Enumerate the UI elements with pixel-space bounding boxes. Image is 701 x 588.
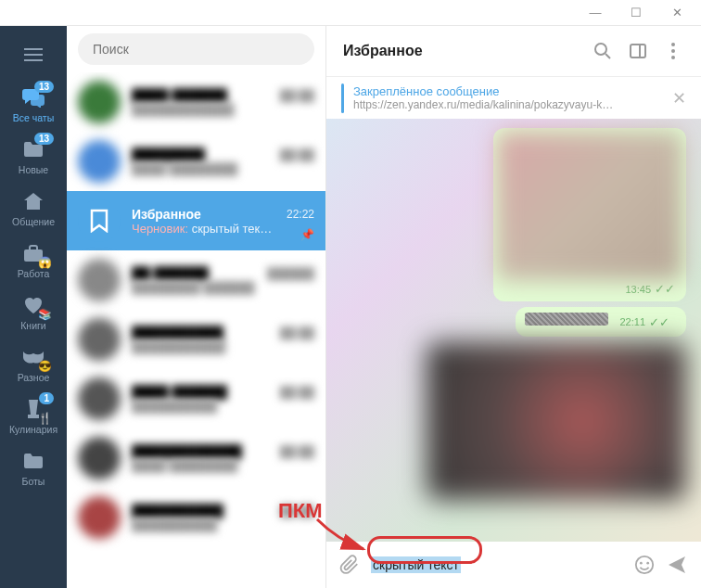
- pinned-title: Закреплённое сообщение: [353, 84, 663, 98]
- message-bubble[interactable]: 13:45✓✓: [493, 128, 686, 301]
- chat-preview: Черновик: скрытый тек…: [132, 222, 314, 236]
- svg-rect-3: [631, 45, 645, 58]
- sidebar-toggle-icon[interactable]: [627, 42, 649, 60]
- chat-name: ██ ██████: [132, 266, 209, 281]
- chat-preview: ██████████: [132, 400, 314, 414]
- rail-folder-Все чаты[interactable]: Все чаты13: [0, 78, 67, 130]
- conversation-panel: Избранное Закреплённое сообщение https:/…: [326, 26, 701, 588]
- chat-name: ██████████: [132, 504, 223, 518]
- avatar: [78, 496, 121, 539]
- rail-folder-Боты[interactable]: Боты: [0, 441, 67, 493]
- svg-point-9: [646, 562, 649, 565]
- window-minimize[interactable]: —: [575, 0, 616, 26]
- message-time: 22:13: [626, 480, 652, 492]
- folder2-icon: [20, 448, 46, 474]
- saved-messages-icon: [78, 199, 121, 242]
- chat-preview: ████████████: [132, 103, 314, 117]
- chat-item-saved[interactable]: Избранное22:22Черновик: скрытый тек…📌: [67, 191, 325, 250]
- avatar: [78, 140, 121, 183]
- conversation-title[interactable]: Избранное: [343, 43, 579, 59]
- chat-time: ██████: [267, 267, 314, 280]
- chat-item[interactable]: ██ ████████████████████ ██████: [67, 250, 325, 310]
- messages-area[interactable]: 13:45✓✓ 22:11✓✓ 22:13 ✓✓: [326, 119, 701, 542]
- rail-label: Все чаты: [13, 112, 54, 123]
- rail-label: Работа: [18, 268, 50, 279]
- chat-time: ██:██: [280, 89, 314, 102]
- svg-point-4: [671, 43, 675, 46]
- home-icon: [20, 188, 46, 214]
- chat-item[interactable]: ████ ████████:████████████: [67, 369, 325, 428]
- more-icon[interactable]: [662, 43, 684, 59]
- chat-item[interactable]: ████████████:████████████: [67, 488, 325, 547]
- avatar: [78, 81, 121, 123]
- chat-preview: ████████ ██████: [132, 281, 314, 295]
- svg-point-5: [671, 49, 675, 53]
- svg-point-7: [636, 556, 653, 573]
- rail-folder-Работа[interactable]: 😱Работа: [0, 234, 67, 286]
- chat-name: ████ ██████: [132, 385, 227, 400]
- read-checks-icon: ✓✓: [655, 282, 675, 296]
- chat-item[interactable]: ████████████:█████████████: [67, 310, 325, 369]
- rail-folder-Общение[interactable]: Общение: [0, 182, 67, 234]
- avatar: [78, 259, 121, 301]
- rail-folder-Кулинария[interactable]: 🍴Кулинария1: [0, 390, 67, 441]
- composer-input[interactable]: скрытый текст: [371, 556, 623, 573]
- chat-time: ██:██: [280, 445, 314, 458]
- rail-folder-Новые[interactable]: Новые13: [0, 130, 67, 182]
- rail-label: Разное: [18, 372, 50, 383]
- rail-label: Новые: [19, 164, 48, 175]
- chat-name: ████████████: [132, 444, 242, 459]
- send-icon[interactable]: [666, 554, 688, 576]
- avatar: [78, 318, 121, 361]
- chat-time: ██:██: [280, 148, 314, 161]
- chat-name: ████████: [132, 147, 205, 162]
- avatar: [78, 377, 121, 420]
- pinned-text: https://zen.yandex.ru/media/kalinina/pok…: [353, 98, 663, 111]
- unread-badge: 13: [34, 133, 54, 145]
- chat-name: Избранное: [132, 207, 201, 222]
- svg-point-8: [640, 562, 643, 565]
- emoji-icon[interactable]: [634, 555, 655, 575]
- folder-rail: Все чаты13Новые13Общение😱Работа📚Книги😎Ра…: [0, 26, 67, 588]
- message-time: 13:45: [625, 284, 651, 295]
- pinned-accent-bar: [341, 83, 344, 113]
- chat-list-panel: ████ ████████:████████████████████████:█…: [67, 26, 326, 588]
- selected-input-text[interactable]: скрытый текст: [371, 556, 461, 573]
- chat-preview: ████ ████████: [132, 162, 314, 176]
- window-maximize[interactable]: ☐: [616, 0, 656, 26]
- search-icon[interactable]: [592, 42, 614, 60]
- chat-preview: ████ ████████: [132, 459, 314, 473]
- rail-label: Книги: [20, 320, 45, 331]
- message-composer: скрытый текст: [326, 542, 701, 588]
- chat-item[interactable]: ██████████████:██████ ████████: [67, 428, 325, 488]
- chat-name: ██████████: [132, 326, 223, 340]
- close-icon[interactable]: ✕: [672, 88, 686, 109]
- chat-time: ██:██: [280, 326, 314, 339]
- svg-point-2: [595, 44, 606, 55]
- message-time: 22:11: [619, 316, 645, 327]
- spoiler-hidden-text[interactable]: [525, 313, 608, 326]
- attach-icon[interactable]: [339, 555, 360, 575]
- chat-preview: ███████████: [132, 340, 314, 354]
- hamburger-menu[interactable]: [0, 32, 67, 78]
- chat-time: ██:██: [280, 386, 314, 399]
- window-close[interactable]: ✕: [656, 0, 697, 26]
- chat-item[interactable]: ████ ████████:██████████████: [67, 72, 325, 132]
- rail-label: Кулинария: [9, 424, 57, 435]
- chat-name: ████ ██████: [132, 88, 227, 103]
- message-image[interactable]: [497, 132, 682, 280]
- avatar: [78, 437, 121, 479]
- unread-badge: 1: [39, 392, 54, 404]
- chat-time: ██:██: [280, 505, 314, 518]
- message-image[interactable]: 22:13 ✓✓: [427, 342, 686, 500]
- chat-item[interactable]: ██████████:██████ ████████: [67, 132, 325, 191]
- rail-folder-Книги[interactable]: 📚Книги: [0, 286, 67, 338]
- search-input[interactable]: [78, 33, 314, 65]
- chat-preview: ██████████: [132, 518, 314, 532]
- unread-badge: 13: [34, 81, 54, 93]
- rail-folder-Разное[interactable]: 😎Разное: [0, 338, 67, 390]
- message-bubble[interactable]: 22:11✓✓: [516, 307, 686, 337]
- pinned-message[interactable]: Закреплённое сообщение https://zen.yande…: [326, 76, 701, 119]
- read-checks-icon: ✓✓: [649, 315, 669, 329]
- chat-time: 22:22: [287, 208, 314, 221]
